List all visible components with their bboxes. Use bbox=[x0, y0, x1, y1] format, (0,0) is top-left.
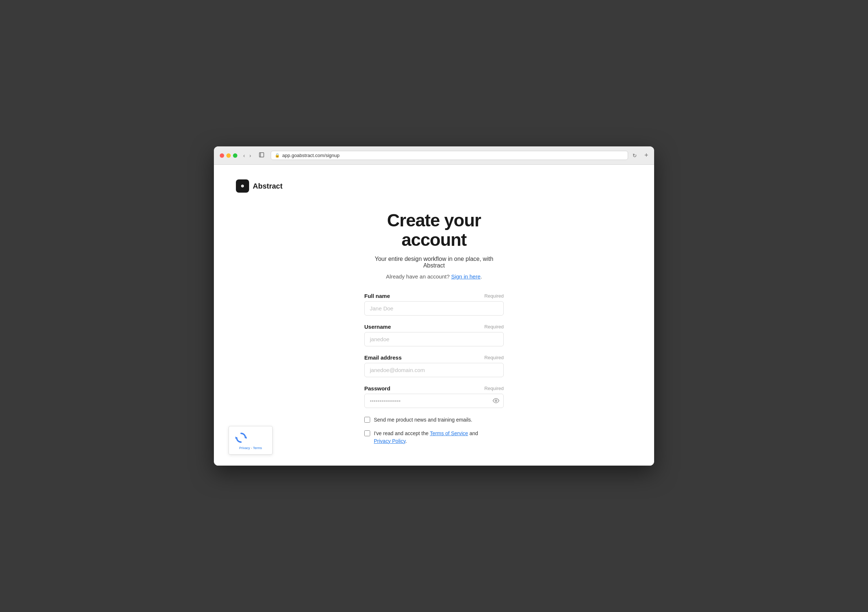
page-subtitle: Your entire design workflow in one place… bbox=[364, 256, 504, 269]
forward-button[interactable]: › bbox=[248, 152, 253, 159]
form-container: Create your account Your entire design w… bbox=[364, 211, 504, 445]
password-field-group: Password Required bbox=[364, 385, 504, 408]
expand-button[interactable] bbox=[257, 152, 267, 159]
email-input[interactable] bbox=[364, 363, 504, 377]
password-label: Password bbox=[364, 385, 391, 392]
password-label-row: Password Required bbox=[364, 385, 504, 392]
recaptcha-text: Privacy - Terms bbox=[234, 446, 267, 450]
page-title: Create your account bbox=[364, 211, 504, 250]
maximize-button[interactable] bbox=[233, 153, 237, 158]
email-label: Email address bbox=[364, 355, 402, 361]
newsletter-label: Send me product news and training emails… bbox=[374, 416, 472, 424]
signin-link[interactable]: Sign in here bbox=[451, 273, 480, 280]
fullname-label: Full name bbox=[364, 293, 390, 299]
recaptcha-privacy-link[interactable]: Privacy bbox=[239, 446, 250, 450]
svg-rect-5 bbox=[241, 186, 243, 186]
toggle-password-button[interactable] bbox=[493, 397, 499, 404]
username-label-row: Username Required bbox=[364, 324, 504, 330]
password-wrapper bbox=[364, 394, 504, 408]
terms-of-service-link[interactable]: Terms of Service bbox=[430, 431, 468, 436]
refresh-button[interactable]: ↻ bbox=[632, 153, 637, 158]
email-required: Required bbox=[484, 355, 504, 360]
username-field-group: Username Required bbox=[364, 324, 504, 346]
fullname-required: Required bbox=[484, 293, 504, 299]
nav-buttons: ‹ › bbox=[242, 152, 253, 159]
address-bar[interactable]: 🔒 app.goabstract.com/signup bbox=[271, 151, 628, 160]
svg-point-6 bbox=[495, 400, 497, 402]
fullname-field-group: Full name Required bbox=[364, 293, 504, 316]
privacy-policy-link[interactable]: Privacy Policy bbox=[374, 438, 405, 444]
username-label: Username bbox=[364, 324, 391, 330]
password-required: Required bbox=[484, 386, 504, 391]
terms-label: I've read and accept the Terms of Servic… bbox=[374, 430, 478, 445]
recaptcha-icon bbox=[234, 431, 248, 445]
recaptcha-widget: Privacy - Terms bbox=[229, 426, 273, 455]
newsletter-checkbox-row: Send me product news and training emails… bbox=[364, 416, 504, 424]
fullname-input[interactable] bbox=[364, 301, 504, 316]
minimize-button[interactable] bbox=[226, 153, 231, 158]
url-text: app.goabstract.com/signup bbox=[282, 153, 339, 158]
signin-text: Already have an account? Sign in here. bbox=[364, 273, 504, 280]
back-button[interactable]: ‹ bbox=[242, 152, 246, 159]
page-content: Abstract Create your account Your entire… bbox=[214, 165, 654, 466]
terms-checkbox[interactable] bbox=[364, 431, 370, 436]
browser-window: ‹ › 🔒 app.goabstract.com/signup ↻ + bbox=[214, 146, 654, 466]
email-label-row: Email address Required bbox=[364, 355, 504, 361]
logo-text: Abstract bbox=[253, 182, 282, 191]
username-required: Required bbox=[484, 324, 504, 330]
close-button[interactable] bbox=[220, 153, 224, 158]
logo-area: Abstract bbox=[236, 180, 632, 193]
terms-checkbox-row: I've read and accept the Terms of Servic… bbox=[364, 430, 504, 445]
abstract-logo-icon bbox=[236, 180, 249, 193]
svg-rect-0 bbox=[259, 153, 264, 157]
password-input[interactable] bbox=[364, 394, 504, 408]
fullname-label-row: Full name Required bbox=[364, 293, 504, 299]
lock-icon: 🔒 bbox=[275, 153, 280, 158]
recaptcha-terms-link[interactable]: Terms bbox=[253, 446, 262, 450]
username-input[interactable] bbox=[364, 332, 504, 346]
traffic-lights bbox=[220, 153, 237, 158]
browser-chrome: ‹ › 🔒 app.goabstract.com/signup ↻ + bbox=[214, 146, 654, 165]
newsletter-checkbox[interactable] bbox=[364, 417, 370, 423]
new-tab-button[interactable]: + bbox=[644, 152, 648, 159]
email-field-group: Email address Required bbox=[364, 355, 504, 377]
